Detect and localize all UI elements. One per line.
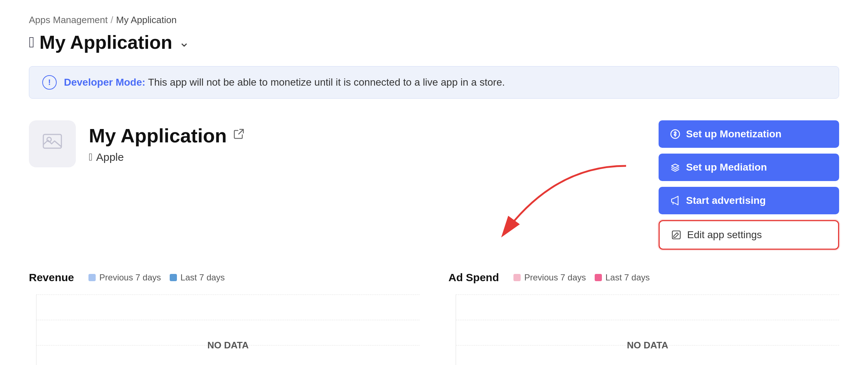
action-buttons: Set up Monetization Set up Mediation Sta… bbox=[659, 120, 839, 250]
info-icon: ! bbox=[42, 75, 57, 90]
edit-app-settings-button[interactable]: Edit app settings bbox=[659, 220, 839, 250]
app-info-left: My Application  Apple bbox=[29, 120, 244, 167]
revenue-prev-label: Previous 7 days bbox=[99, 272, 161, 283]
adspend-prev-dot bbox=[513, 274, 521, 281]
revenue-chart-inner: NO DATA Jan 3 Jan 4 Jan 5 Jan 6 Jan 7 Ja… bbox=[29, 295, 420, 365]
breadcrumb: Apps Management / My Application bbox=[29, 14, 839, 26]
revenue-legend-last: Last 7 days bbox=[170, 272, 225, 283]
revenue-legend-previous: Previous 7 days bbox=[88, 272, 161, 283]
adspend-last-label: Last 7 days bbox=[606, 272, 650, 283]
dev-banner-text: Developer Mode: This app will not be abl… bbox=[64, 77, 505, 88]
svg-rect-0 bbox=[43, 134, 61, 148]
dev-banner-label: Developer Mode: bbox=[64, 77, 146, 88]
breadcrumb-parent[interactable]: Apps Management bbox=[29, 14, 108, 26]
ad-spend-chart-title: Ad Spend bbox=[448, 271, 499, 284]
chevron-down-icon[interactable]: ⌄ bbox=[179, 35, 190, 50]
apple-logo-icon:  bbox=[29, 34, 34, 51]
setup-mediation-button[interactable]: Set up Mediation bbox=[659, 154, 839, 181]
ad-spend-chart-inner: NO DATA Jan 3 Jan 4 Jan 5 Jan 6 Jan 7 Ja… bbox=[448, 295, 839, 365]
revenue-chart-title: Revenue bbox=[29, 271, 74, 284]
ad-spend-chart-header: Ad Spend Previous 7 days Last 7 days bbox=[448, 271, 839, 284]
adspend-prev-label: Previous 7 days bbox=[524, 272, 586, 283]
apple-platform-icon:  bbox=[89, 151, 92, 163]
developer-mode-banner: ! Developer Mode: This app will not be a… bbox=[29, 66, 839, 99]
setup-monetization-button[interactable]: Set up Monetization bbox=[659, 120, 839, 148]
layers-icon bbox=[670, 162, 680, 172]
app-name-section: My Application  Apple bbox=[89, 124, 244, 163]
app-info-row: My Application  Apple bbox=[29, 120, 839, 250]
revenue-last-label: Last 7 days bbox=[181, 272, 225, 283]
app-icon-placeholder bbox=[42, 131, 63, 157]
revenue-chart-container: $20K $15K $10K $5K $0.00 NO DATA bbox=[29, 295, 420, 365]
edit-icon bbox=[671, 230, 681, 240]
revenue-last-dot bbox=[170, 274, 177, 281]
app-icon-box bbox=[29, 120, 76, 167]
revenue-prev-dot bbox=[88, 274, 96, 281]
breadcrumb-current: My Application bbox=[116, 14, 177, 26]
platform-name: Apple bbox=[96, 151, 124, 163]
app-name-title: My Application bbox=[89, 124, 244, 147]
dollar-icon bbox=[670, 129, 680, 139]
edit-app-settings-label: Edit app settings bbox=[687, 229, 762, 241]
adspend-legend-last: Last 7 days bbox=[595, 272, 650, 283]
revenue-chart-header: Revenue Previous 7 days Last 7 days bbox=[29, 271, 420, 284]
breadcrumb-separator: / bbox=[110, 14, 113, 26]
revenue-grid-lines bbox=[36, 295, 420, 365]
start-advertising-button[interactable]: Start advertising bbox=[659, 187, 839, 214]
revenue-chart-legend: Previous 7 days Last 7 days bbox=[88, 272, 225, 283]
adspend-legend-previous: Previous 7 days bbox=[513, 272, 586, 283]
charts-section: Revenue Previous 7 days Last 7 days $20K… bbox=[29, 271, 839, 365]
revenue-no-data: NO DATA bbox=[207, 339, 249, 351]
adspend-grid-line-15k bbox=[456, 320, 839, 320]
adspend-last-dot bbox=[595, 274, 602, 281]
adspend-grid-line-20k bbox=[456, 295, 839, 295]
ad-spend-chart-legend: Previous 7 days Last 7 days bbox=[513, 272, 650, 283]
revenue-chart-area: NO DATA bbox=[36, 295, 420, 365]
ad-spend-no-data: NO DATA bbox=[627, 339, 668, 351]
setup-mediation-label: Set up Mediation bbox=[686, 162, 767, 173]
edit-settings-wrapper: Edit app settings bbox=[659, 220, 839, 250]
ad-spend-chart-container: $20K $15K $10K $5K $0.00 NO DATA bbox=[448, 295, 839, 365]
revenue-chart-block: Revenue Previous 7 days Last 7 days $20K… bbox=[29, 271, 420, 365]
ad-spend-chart-area: NO DATA bbox=[456, 295, 839, 365]
ad-spend-chart-block: Ad Spend Previous 7 days Last 7 days $20… bbox=[448, 271, 839, 365]
megaphone-icon bbox=[670, 196, 680, 206]
arrow-indicator bbox=[482, 162, 655, 242]
page-title: My Application bbox=[39, 31, 172, 53]
app-name-text: My Application bbox=[89, 124, 227, 147]
external-link-icon[interactable] bbox=[233, 129, 244, 142]
dev-banner-message: This app will not be able to monetize un… bbox=[148, 77, 505, 88]
app-platform-row:  Apple bbox=[89, 151, 244, 163]
start-advertising-label: Start advertising bbox=[686, 195, 766, 206]
ad-spend-grid-lines bbox=[456, 295, 839, 365]
page-title-row:  My Application ⌄ bbox=[29, 31, 839, 53]
grid-line-20k bbox=[36, 295, 420, 295]
grid-line-15k bbox=[36, 320, 420, 320]
setup-monetization-label: Set up Monetization bbox=[686, 128, 781, 140]
